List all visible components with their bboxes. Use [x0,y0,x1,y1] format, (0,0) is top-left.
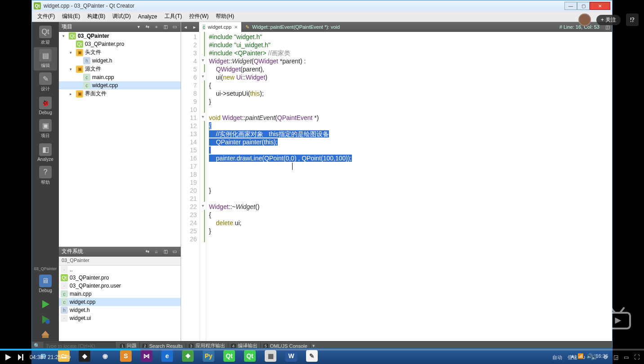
add-icon[interactable]: ＋ [153,23,160,31]
menu-item[interactable]: 帮助(H) [213,12,237,21]
editor-area: ◂ ▸ c widget.cpp ✕ ✎ Widget::paintEvent(… [181,22,612,341]
quality-label[interactable]: 自动 [552,354,562,361]
kit-target-label: 03_QPainter [34,266,57,271]
fs-collapse-icon[interactable]: ▭ [171,248,178,255]
mode-编辑[interactable]: ▤编辑 [34,47,57,71]
tab-history-fwd[interactable]: ▸ [190,22,199,32]
tree-item[interactable]: Qt03_QPainter.pro [59,40,181,48]
fs-split-icon[interactable]: ◫ [162,248,169,255]
close-button[interactable]: ✕ [590,2,610,10]
project-tree[interactable]: ▾Qt03_QPainterQt03_QPainter.pro▾▣头文件hwid… [59,32,181,247]
tab-history-back[interactable]: ◂ [181,22,190,32]
fs-item[interactable]: Qt03_QPainter.pro [59,274,181,282]
video-time: 04:38 / 21:25 [30,354,61,360]
tree-item[interactable]: ▾Qt03_QPainter [59,32,181,40]
tree-item[interactable]: cmain.cpp [59,73,181,81]
mode-Debug[interactable]: 🐞Debug [34,94,57,117]
project-panel-header: 项目 ▾ ⇆ ＋ ◫ ▭ [59,22,181,32]
tree-item[interactable]: hwidget.h [59,57,181,65]
fs-home-icon[interactable]: ⌂ [153,248,160,255]
tree-item[interactable]: ▸▣界面文件 [59,89,181,98]
bilibili-logo-icon[interactable] [602,306,633,332]
uploader-avatar[interactable] [578,13,591,26]
next-button[interactable] [17,354,24,361]
symbol-breadcrumb[interactable]: ✎ Widget::paintEvent(QPaintEvent *): voi… [242,22,556,32]
mode-selector: Qt欢迎▤编辑✎设计🐞Debug▣项目◧Analyze?帮助 03_QPaint… [32,22,59,341]
project-panel-title: 项目 [62,23,133,31]
mode-帮助[interactable]: ?帮助 [34,164,57,187]
menu-item[interactable]: 编辑(E) [59,12,83,21]
mode-设计[interactable]: ✎设计 [34,71,57,94]
fs-item[interactable]: ·widget.ui [59,314,181,322]
fs-item[interactable]: ·.. [59,266,181,274]
kit-selector[interactable]: 🖥Debug [34,272,57,295]
filesystem-panel-header: 文件系统 ⇆ ⌂ ◫ ▭ [59,247,181,257]
cpp-file-icon: c [203,24,205,30]
svg-rect-11 [22,354,23,360]
feedback-button[interactable]: ⁉ [626,13,639,26]
mode-项目[interactable]: ▣项目 [34,117,57,141]
tree-item[interactable]: cwidget.cpp [59,81,181,89]
svg-marker-8 [615,318,621,324]
loop-button[interactable]: ↻ [67,354,71,360]
mode-Analyze[interactable]: ◧Analyze [34,141,57,164]
filter-icon[interactable]: ▾ [135,23,142,31]
svg-marker-0 [42,300,49,308]
video-controls: 04:38 / 21:25 ↻ 自动 倍速 ♪ 🔊 ⚙ ◲ ▭ ⛶ [0,351,644,364]
follow-button[interactable]: + 关注 [596,15,621,25]
svg-marker-9 [5,354,11,360]
minimize-button[interactable]: — [564,2,577,10]
menu-item[interactable]: 文件(F) [35,12,58,21]
run-button[interactable] [37,298,53,311]
window-title: widget.cpp - 03_QPainter - Qt Creator [44,3,134,9]
editor-tab-label: widget.cpp [208,24,232,30]
fullscreen-button[interactable]: ⛶ [634,354,640,360]
menu-item[interactable]: Analyze [135,13,160,21]
filesystem-path[interactable]: 03_QPainter [59,257,181,266]
filesystem-panel-title: 文件系统 [62,248,142,255]
tree-item[interactable]: ▾▣头文件 [59,48,181,57]
menu-item[interactable]: 控件(W) [187,12,211,21]
fs-item[interactable]: cwidget.cpp [59,298,181,306]
volume-button[interactable]: 🔊 [591,354,598,360]
menu-item[interactable]: 工具(T) [162,12,185,21]
code-editor[interactable]: 1234567891011121314151617181920212223242… [181,32,612,341]
mode-欢迎[interactable]: Qt欢迎 [34,24,57,47]
collapse-icon[interactable]: ▭ [171,23,178,31]
svg-point-2 [45,320,50,324]
fs-sync-icon[interactable]: ⇆ [144,248,151,255]
menubar: 文件(F)编辑(E)构建(B)调试(D)Analyze工具(T)控件(W)帮助(… [32,11,612,22]
run-debug-button[interactable] [37,313,53,326]
split-icon[interactable]: ◫ [162,23,169,31]
fs-item[interactable]: hwidget.h [59,306,181,314]
svg-rect-3 [42,335,49,338]
menu-item[interactable]: 构建(B) [84,12,108,21]
settings-button[interactable]: ⚙ [603,354,608,360]
maximize-button[interactable]: ▢ [577,2,590,10]
pip-button[interactable]: ◲ [613,354,618,360]
svg-marker-4 [41,331,49,335]
build-button[interactable] [37,328,53,341]
qt-app-icon: Qt [34,2,41,9]
fs-item[interactable]: ·03_QPainter.pro.user [59,282,181,290]
titlebar: Qt widget.cpp - 03_QPainter - Qt Creator… [32,0,612,11]
editor-tab-widget-cpp[interactable]: c widget.cpp ✕ [199,22,242,32]
close-tab-icon[interactable]: ✕ [234,25,238,30]
tree-item[interactable]: ▾▣源文件 [59,65,181,73]
widescreen-button[interactable]: ▭ [624,354,629,360]
editor-tabstrip: ◂ ▸ c widget.cpp ✕ ✎ Widget::paintEvent(… [181,22,612,32]
filesystem-list[interactable]: ·..Qt03_QPainter.pro·03_QPainter.pro.use… [59,266,181,341]
play-button[interactable] [4,354,12,361]
speed-label[interactable]: 倍速 [568,354,577,361]
qt-creator-window: Qt widget.cpp - 03_QPainter - Qt Creator… [31,0,613,351]
sync-icon[interactable]: ⇆ [144,23,151,31]
svg-marker-10 [18,354,22,360]
fs-item[interactable]: cmain.cpp [59,290,181,298]
menu-item[interactable]: 调试(D) [110,12,133,21]
subtitle-button[interactable]: ♪ [583,354,586,360]
